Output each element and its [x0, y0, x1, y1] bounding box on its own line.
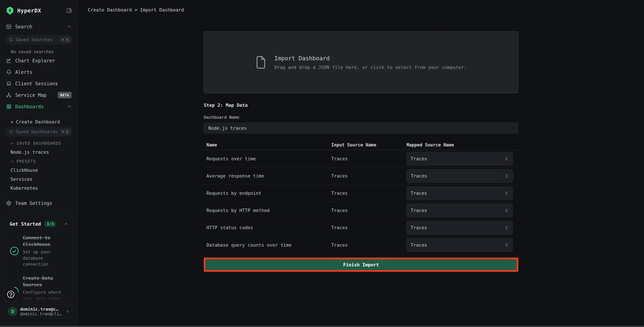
row-input-source: Traces	[331, 208, 406, 213]
avatar: D	[8, 307, 18, 316]
row-name: Requests by endpoint	[204, 190, 331, 196]
row-input-source: Traces	[331, 225, 406, 230]
sidebar-item-label: Alerts	[15, 70, 32, 75]
sidebar-item-dashboards[interactable]: Dashboards	[0, 101, 78, 112]
preset-kubernetes[interactable]: Kubernetes	[0, 182, 78, 191]
top-bar: Create Dashboard > Import Dashboard	[78, 0, 644, 20]
chevron-up-icon[interactable]	[67, 104, 72, 109]
checklist-item-create-data-sources[interactable]: Create Data Sources Configure where your…	[10, 275, 68, 302]
column-header-mapped-source: Mapped Source Name	[406, 142, 518, 148]
dropzone-title: Import Dashboard	[274, 55, 466, 62]
sidebar-item-service-map[interactable]: Service Map BETA	[0, 89, 78, 101]
checklist-item-title: Create Data Sources	[23, 275, 68, 288]
chevrons-up-down-icon	[504, 225, 509, 230]
get-started-progress-badge: 3/3	[44, 221, 56, 227]
group-label: SAVED DASHBOARDS	[16, 141, 61, 146]
user-email: dominic.tran@cli…	[20, 312, 63, 316]
preset-clickhouse[interactable]: ClickHouse	[0, 164, 78, 173]
collapse-sidebar-icon[interactable]	[66, 8, 72, 14]
selected-value: Traces	[411, 156, 427, 161]
chevron-up-icon[interactable]	[64, 222, 68, 226]
table-row: Requests by endpoint Traces Traces	[204, 184, 518, 202]
check-circle-icon	[10, 246, 19, 256]
sidebar-item-client-sessions[interactable]: Client Sessions	[0, 78, 78, 89]
checklist-item-title: Connect to ClickHouse	[23, 234, 68, 248]
get-started-title: Get Started	[10, 221, 41, 227]
mapped-source-select[interactable]: Traces	[406, 186, 513, 200]
help-button[interactable]	[3, 287, 18, 302]
search-icon	[9, 130, 13, 134]
table-row: HTTP status codes Traces Traces	[204, 219, 518, 236]
shortcut-badge: ⌘ K	[60, 37, 70, 43]
import-dropzone[interactable]: Import Dashboard Drag and drop a JSON fi…	[204, 31, 518, 94]
saved-searches-field[interactable]	[16, 37, 58, 42]
row-name: Average response time	[204, 173, 331, 178]
beta-badge: BETA	[58, 92, 72, 98]
column-header-name: Name	[204, 142, 331, 148]
laptop-icon	[6, 81, 12, 86]
sidebar-item-label: Search	[15, 24, 32, 30]
mapped-source-select[interactable]: Traces	[406, 169, 513, 183]
gear-icon	[6, 200, 12, 206]
table-row: Requests by HTTP method Traces Traces	[204, 202, 518, 219]
sidebar: HyperDX Search ⌘ K No saved searches Cha…	[0, 0, 78, 327]
app-title: HyperDX	[17, 8, 63, 14]
sidebar-item-label: Team Settings	[15, 200, 52, 206]
group-label: PRESETS	[16, 159, 36, 164]
saved-dashboards-input[interactable]: ⌘ K	[5, 127, 73, 137]
sidebar-item-search[interactable]: Search	[0, 21, 78, 32]
row-input-source: Traces	[331, 156, 406, 161]
preset-services[interactable]: Services	[0, 173, 78, 182]
dashboard-name-label: Dashboard Name	[204, 115, 518, 120]
dashboard-name-input[interactable]	[204, 122, 518, 134]
chevron-up-icon[interactable]	[67, 24, 72, 29]
row-name: Requests over time	[204, 156, 331, 161]
chevron-down-icon	[10, 160, 14, 163]
mapped-source-select[interactable]: Traces	[406, 221, 513, 234]
chevron-down-icon	[10, 142, 14, 145]
row-input-source: Traces	[331, 190, 406, 196]
group-saved-dashboards[interactable]: SAVED DASHBOARDS	[0, 137, 78, 146]
selected-value: Traces	[411, 225, 427, 230]
saved-dashboards-field[interactable]	[16, 129, 58, 134]
finish-import-highlight-frame: Finish Import	[204, 258, 518, 272]
checklist-item-connect-clickhouse[interactable]: Connect to ClickHouse Set up your databa…	[10, 234, 68, 268]
shortcut-badge: ⌘ K	[60, 129, 70, 135]
logo-row: HyperDX	[0, 0, 78, 16]
bell-icon	[6, 70, 12, 75]
chevrons-up-down-icon	[504, 242, 509, 248]
help-circle-icon	[7, 290, 15, 298]
sidebar-item-chart-explorer[interactable]: Chart Explorer	[0, 55, 78, 66]
mapped-source-select[interactable]: Traces	[406, 152, 513, 166]
chevrons-up-down-icon	[504, 208, 509, 213]
checklist-item-desc: Set up your database connection	[23, 249, 68, 268]
mapped-source-select[interactable]: Traces	[406, 238, 513, 252]
mapped-source-select[interactable]: Traces	[406, 204, 513, 217]
selected-value: Traces	[411, 242, 427, 248]
sidebar-item-label: Dashboards	[15, 104, 44, 110]
service-map-icon	[6, 92, 12, 98]
sidebar-item-label: Chart Explorer	[15, 58, 55, 64]
no-saved-searches-note: No saved searches	[0, 44, 78, 55]
finish-import-button[interactable]: Finish Import	[206, 259, 516, 270]
sidebar-item-alerts[interactable]: Alerts	[0, 66, 78, 78]
row-input-source: Traces	[331, 242, 406, 248]
chevrons-up-down-icon	[504, 156, 509, 161]
sidebar-item-label: Service Map	[15, 92, 46, 98]
sidebar-item-team-settings[interactable]: Team Settings	[0, 198, 78, 209]
group-presets[interactable]: PRESETS	[0, 155, 78, 164]
step-heading: Step 2: Map Data	[204, 102, 518, 108]
user-profile-button[interactable]: D dominic.tran@c… dominic.tran@cli…	[5, 305, 73, 318]
row-name: Requests by HTTP method	[204, 208, 331, 213]
row-input-source: Traces	[331, 173, 406, 178]
saved-dashboard-nodejs-traces[interactable]: Node.js traces	[0, 146, 78, 155]
chevrons-up-down-icon	[504, 191, 509, 196]
bottom-scrollbar[interactable]	[0, 326, 644, 327]
table-row: Database query counts over time Traces T…	[204, 236, 518, 254]
saved-searches-input[interactable]: ⌘ K	[5, 35, 73, 44]
create-dashboard-button[interactable]: + Create Dashboard	[0, 115, 78, 124]
checklist-item-desc: Configure where your data comes from	[23, 289, 68, 302]
file-icon	[256, 54, 266, 70]
table-row: Requests over time Traces Traces	[204, 150, 518, 168]
sidebar-item-label: Client Sessions	[15, 81, 58, 86]
